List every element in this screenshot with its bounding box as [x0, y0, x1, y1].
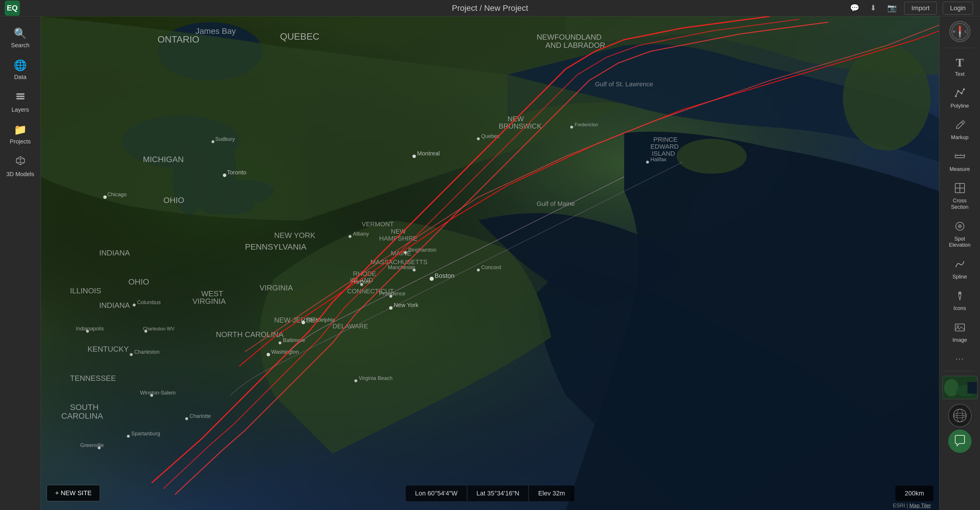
compass-icon: N S W E [951, 23, 969, 40]
image-tool-icon [955, 322, 965, 335]
tool-measure[interactable]: Measure [941, 146, 979, 178]
layers-icon [15, 91, 25, 104]
svg-text:SOUTH: SOUTH [70, 403, 99, 412]
tool-cross-section[interactable]: CrossSection [941, 178, 979, 216]
tool-icons[interactable]: Icons [941, 285, 979, 317]
svg-text:Montreal: Montreal [417, 150, 440, 157]
svg-point-18 [843, 46, 931, 151]
import-button[interactable]: Import [904, 2, 937, 14]
maptiler-link[interactable]: Map Tiler [909, 503, 931, 508]
chat-icon-button[interactable]: 💬 [848, 2, 861, 14]
projects-icon: 📁 [14, 124, 27, 136]
compass[interactable]: N S W E [950, 21, 970, 42]
spot-elevation-tool-icon [955, 221, 965, 234]
tool-image[interactable]: Image [941, 317, 979, 349]
svg-point-72 [267, 353, 270, 356]
cross-section-tool-icon [955, 183, 965, 196]
camera-button[interactable]: 📷 [886, 2, 898, 14]
svg-text:KENTUCKY: KENTUCKY [88, 345, 129, 353]
svg-text:DELAWARE: DELAWARE [332, 323, 368, 330]
tool-spot-elevation-label: SpotElevation [949, 236, 970, 248]
global-view-button[interactable] [948, 404, 972, 427]
svg-point-100 [127, 435, 130, 438]
svg-point-62 [103, 195, 107, 199]
sidebar-item-3dmodels[interactable]: 3D Models [2, 150, 40, 183]
tool-spline[interactable]: Spline [941, 254, 979, 286]
svg-text:ILLINOIS: ILLINOIS [70, 286, 101, 295]
svg-text:Chicago: Chicago [107, 192, 127, 197]
svg-text:MICHIGAN: MICHIGAN [143, 155, 184, 164]
sidebar-label-search: Search [11, 42, 29, 49]
chat-bubble-icon [953, 435, 966, 448]
tool-markup-label: Markup [951, 134, 968, 141]
chat-support-button[interactable] [948, 429, 972, 453]
map-attribution: ESRI | Map Tiler [891, 502, 933, 510]
sidebar-item-layers[interactable]: Layers [2, 86, 40, 118]
globe-icon [951, 407, 969, 424]
svg-rect-144 [967, 382, 977, 394]
svg-point-82 [477, 269, 480, 272]
svg-point-140 [957, 326, 959, 327]
eq-logo[interactable]: EQ [5, 1, 20, 16]
map-area[interactable]: ONTARIO QUEBEC James Bay NEWFOUNDLAND AN… [41, 16, 939, 510]
svg-text:Charleston WV: Charleston WV [143, 326, 174, 331]
sidebar-label-projects: Projects [10, 138, 30, 145]
svg-text:Gulf of St. Lawrence: Gulf of St. Lawrence [595, 81, 653, 88]
tool-text[interactable]: T Text [941, 51, 979, 83]
icons-tool-icon [955, 291, 965, 303]
tool-image-label: Image [952, 337, 967, 343]
svg-text:Charleston: Charleston [134, 349, 159, 355]
svg-point-60 [212, 140, 215, 143]
svg-text:NEWFOUNDLAND: NEWFOUNDLAND [537, 33, 601, 41]
svg-rect-2 [16, 98, 24, 99]
svg-rect-139 [955, 324, 964, 331]
login-button[interactable]: Login [943, 2, 973, 14]
new-site-button[interactable]: + NEW SITE [47, 485, 100, 501]
tool-polyline[interactable]: Polyline [941, 83, 979, 114]
svg-point-19 [677, 139, 747, 174]
svg-text:Greenville: Greenville [80, 442, 104, 448]
svg-text:OHIO: OHIO [128, 277, 150, 286]
svg-text:Fredericton: Fredericton [574, 122, 598, 127]
svg-text:Boston: Boston [434, 272, 455, 280]
svg-text:Halifax: Halifax [651, 157, 667, 162]
tool-measure-label: Measure [950, 166, 970, 173]
svg-point-92 [348, 235, 352, 238]
svg-text:Spartanburg: Spartanburg [131, 431, 160, 437]
svg-text:VIRGINIA: VIRGINIA [259, 283, 293, 292]
svg-rect-125 [955, 156, 964, 158]
sidebar-label-3dmodels: 3D Models [6, 171, 34, 178]
sidebar-item-projects[interactable]: 📁 Projects [2, 118, 40, 150]
scale-bar: 200km [896, 486, 933, 501]
sidebar-item-data[interactable]: 🌐 Data [2, 54, 40, 86]
svg-text:CAROLINA: CAROLINA [61, 411, 103, 421]
download-button[interactable]: ⬇ [867, 2, 880, 14]
svg-text:ISLAND: ISLAND [652, 150, 675, 157]
svg-point-58 [223, 173, 226, 177]
right-toolbar: N S W E T Text Polyline [939, 16, 980, 510]
tool-icons-label: Icons [953, 305, 966, 312]
toolbar-divider-2 [945, 371, 974, 371]
tool-markup[interactable]: Markup [941, 114, 979, 146]
3dmodels-icon [15, 156, 25, 168]
header: EQ Project / New Project 💬 ⬇ 📷 Import Lo… [0, 0, 980, 16]
status-bar: Lon 60°54'4"W Lat 35°34'16"N Elev 32m [406, 486, 574, 501]
tool-more[interactable]: ··· [941, 349, 979, 369]
svg-text:NEW YORK: NEW YORK [274, 231, 316, 240]
svg-text:INDIANA: INDIANA [99, 301, 130, 310]
svg-text:Providence: Providence [379, 291, 406, 297]
svg-text:Albany: Albany [353, 231, 369, 237]
map-canvas[interactable]: ONTARIO QUEBEC James Bay NEWFOUNDLAND AN… [41, 16, 939, 510]
svg-point-76 [412, 154, 416, 158]
more-tool-icon: ··· [956, 354, 964, 363]
polyline-tool-icon [955, 88, 965, 101]
toolbar-divider-1 [945, 48, 974, 48]
text-tool-icon: T [956, 56, 964, 69]
svg-rect-1 [16, 95, 24, 97]
svg-text:Philadelphia: Philadelphia [306, 317, 335, 323]
sidebar-item-search[interactable]: 🔍 Search [2, 22, 40, 54]
map-thumbnail[interactable] [942, 376, 977, 399]
svg-text:Gulf of Maine: Gulf of Maine [537, 200, 575, 207]
svg-point-119 [955, 95, 957, 97]
tool-spot-elevation[interactable]: SpotElevation [941, 216, 979, 254]
